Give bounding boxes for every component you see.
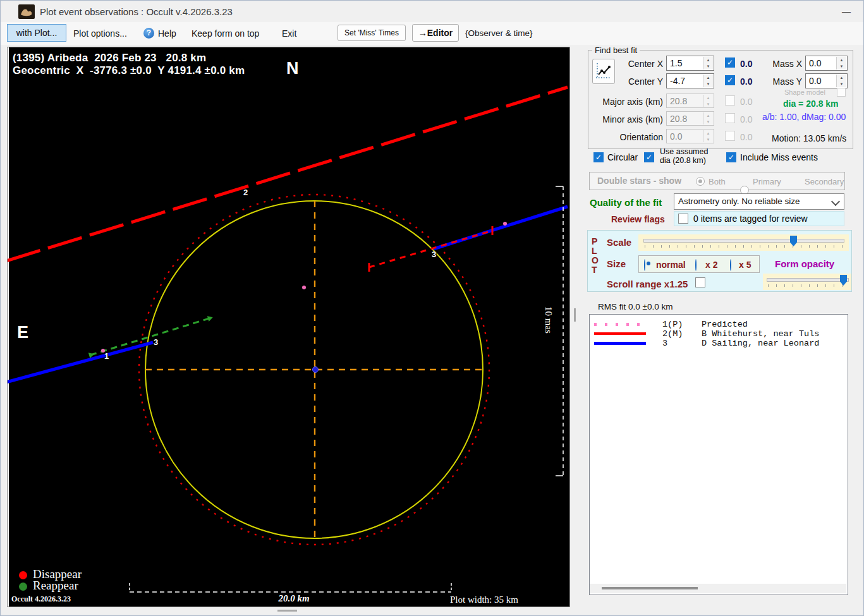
menu-help[interactable]: Help xyxy=(158,26,176,41)
circular-label: Circular xyxy=(607,152,638,162)
mass-x-spinner[interactable]: ▲▼ xyxy=(836,57,846,69)
center-x-input[interactable]: 1.5 ▲▼ xyxy=(666,56,714,71)
plot-letter-o: O xyxy=(592,255,599,265)
review-flags-label: Review flags xyxy=(611,214,665,224)
orientation-input: 0.0 ▲▼ xyxy=(666,129,714,143)
fit-plot-button[interactable] xyxy=(592,59,615,84)
chord-list[interactable]: 1(P) Predicted 2(M) B Whitehurst, near T… xyxy=(589,314,848,595)
minor-axis-spinner: ▲▼ xyxy=(703,112,713,124)
legend-swatch-whitehurst xyxy=(594,332,646,335)
center-x-spinner[interactable]: ▲▼ xyxy=(703,57,713,69)
double-both-radio[interactable] xyxy=(696,177,705,186)
legend-num: 1(P) xyxy=(662,320,702,329)
plot-letter-l: L xyxy=(592,246,597,256)
circular-checkbox[interactable]: ✓ xyxy=(593,152,604,162)
legend-num: 3 xyxy=(662,339,702,348)
form-opacity-track xyxy=(767,278,849,282)
scale-slider[interactable] xyxy=(638,234,849,251)
plot-letter-t: T xyxy=(592,265,597,275)
use-assumed-line2: dia (20.8 km) xyxy=(660,156,706,165)
chord-3-segment-left[interactable] xyxy=(8,342,153,382)
center-y-error: 0.0 xyxy=(740,76,752,87)
center-y-spinner[interactable]: ▲▼ xyxy=(703,75,713,87)
form-opacity-slider[interactable] xyxy=(763,274,851,290)
disappear-dot-icon xyxy=(19,571,27,579)
find-best-fit-label: Find best fit xyxy=(592,45,640,55)
major-axis-input: 20.8 ▲▼ xyxy=(666,94,714,108)
spin-up-icon: ▲ xyxy=(707,114,710,118)
shape-model-label: Shape model xyxy=(784,88,825,96)
center-y-checkbox[interactable]: ✓ xyxy=(725,75,735,85)
double-stars-label: Double stars - show xyxy=(597,176,681,186)
minimize-button[interactable]: — xyxy=(834,3,859,20)
spin-down-icon: ▼ xyxy=(840,64,844,68)
plot-title: (1395) Aribeda 2026 Feb 23 20.8 km xyxy=(13,52,206,64)
menu-with-plot[interactable]: with Plot... xyxy=(7,24,66,42)
use-assumed-checkbox[interactable]: ✓ xyxy=(644,152,654,162)
check-icon: ✓ xyxy=(728,153,734,162)
size-x2-label: x 2 xyxy=(705,260,717,270)
title-bar: Plot event observations : Occult v.4.202… xyxy=(1,1,863,22)
plot-letter-p: P xyxy=(592,236,597,246)
chord-label-3-reappear: 3 xyxy=(154,337,158,347)
reappear-error-bar xyxy=(90,318,209,355)
mass-x-input[interactable]: 0.0 ▲▼ xyxy=(805,56,848,71)
minor-axis-label: Minor axis (km) xyxy=(600,114,663,124)
editor-button[interactable]: →Editor xyxy=(412,24,459,42)
spin-up-icon: ▲ xyxy=(707,76,710,80)
menu-keep-on-top[interactable]: Keep form on top xyxy=(192,26,259,41)
major-axis-checkbox[interactable] xyxy=(725,95,735,106)
major-axis-label: Major axis (km) xyxy=(600,97,663,107)
vertical-splitter-handle[interactable] xyxy=(574,308,576,322)
check-icon: ✓ xyxy=(595,153,602,162)
legend-name: B Whitehurst, near Tuls xyxy=(702,329,819,339)
form-opacity-ticks xyxy=(768,284,848,287)
chart-icon xyxy=(595,62,612,81)
size-x5-radio[interactable] xyxy=(730,259,731,271)
hscrollbar-thumb[interactable] xyxy=(602,587,698,589)
spin-down-icon: ▼ xyxy=(707,82,710,86)
chord-2-whitehurst[interactable] xyxy=(8,87,568,261)
size-x5-label: x 5 xyxy=(739,260,751,270)
center-x-error: 0.0 xyxy=(740,59,752,69)
include-miss-label: Include Miss events xyxy=(740,152,818,162)
orientation-spinner: ▲▼ xyxy=(703,130,713,142)
plot-width-label: Plot width: 35 km xyxy=(450,595,564,605)
mass-y-spinner[interactable]: ▲▼ xyxy=(836,75,846,87)
set-miss-times-button[interactable]: Set 'Miss' Times xyxy=(338,25,406,41)
reappear-label: Reappear xyxy=(33,579,78,593)
reappear-arrow-right xyxy=(207,316,213,322)
help-icon[interactable]: ? xyxy=(143,28,154,39)
size-normal-radio[interactable] xyxy=(644,259,645,271)
menu-plot-options[interactable]: Plot options... xyxy=(73,26,127,41)
check-icon: ✓ xyxy=(646,153,652,162)
orientation-checkbox[interactable] xyxy=(725,131,735,141)
mass-y-input[interactable]: 0.0 ▲▼ xyxy=(805,73,848,88)
center-x-checkbox[interactable]: ✓ xyxy=(725,57,735,68)
spin-up-icon: ▲ xyxy=(840,76,844,80)
center-y-label: Center Y xyxy=(612,76,663,87)
size-x2-radio[interactable] xyxy=(695,259,697,271)
review-flags-checkbox[interactable] xyxy=(678,214,688,224)
plot-canvas[interactable]: (1395) Aribeda 2026 Feb 23 20.8 km Geoce… xyxy=(7,47,570,607)
legend-num: 2(M) xyxy=(662,329,702,339)
minor-axis-checkbox[interactable] xyxy=(725,113,735,123)
window-title: Plot event observations : Occult v.4.202… xyxy=(40,6,233,17)
mass-y-label: Mass Y xyxy=(753,76,802,87)
spin-down-icon: ▼ xyxy=(840,82,844,86)
center-x-label: Center X xyxy=(612,59,663,69)
center-y-input[interactable]: -4.7 ▲▼ xyxy=(666,73,714,88)
quality-dropdown[interactable]: Astrometry only. No reliable size xyxy=(674,193,844,210)
legend-swatch-sailing xyxy=(594,342,646,345)
include-miss-checkbox[interactable]: ✓ xyxy=(726,152,736,162)
horizontal-splitter-handle[interactable] xyxy=(277,610,297,612)
chord-list-hscrollbar[interactable] xyxy=(590,584,846,593)
shape-model-checkbox[interactable] xyxy=(837,88,846,97)
scroll-range-checkbox[interactable] xyxy=(695,277,705,287)
menu-exit[interactable]: Exit xyxy=(282,26,296,41)
mass-y-value: 0.0 xyxy=(809,76,821,86)
legend-swatch-predicted xyxy=(594,323,646,326)
major-axis-error: 0.0 xyxy=(740,97,752,107)
orientation-value: 0.0 xyxy=(670,131,682,142)
scale-label: Scale xyxy=(607,237,631,248)
